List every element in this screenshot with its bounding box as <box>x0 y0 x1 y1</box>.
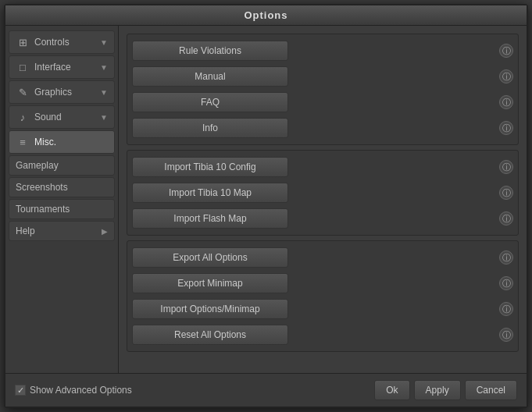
options-dialog: Options ⊞ Controls ▼ □ Interface ▼ ✎ Gra… <box>4 4 528 408</box>
sidebar-item-interface[interactable]: □ Interface ▼ <box>9 55 115 79</box>
sidebar-label-misc: Misc. <box>34 137 108 147</box>
reset-all-options-button[interactable]: Reset All Options <box>132 325 288 345</box>
sidebar-label-sound: Sound <box>34 112 95 123</box>
sidebar-label-controls: Controls <box>34 37 95 48</box>
export-minimap-button[interactable]: Export Minimap <box>132 273 288 293</box>
export-all-options-row: Export All Options ⓘ <box>132 246 513 269</box>
sidebar-item-tournaments[interactable]: Tournaments <box>9 199 115 219</box>
show-advanced-label: Show Advanced Options <box>30 385 132 396</box>
interface-icon: □ <box>16 60 30 74</box>
sidebar-item-graphics[interactable]: ✎ Graphics ▼ <box>9 80 115 104</box>
sidebar-label-screenshots: Screenshots <box>16 182 108 193</box>
sidebar-label-gameplay: Gameplay <box>16 160 108 171</box>
sound-icon: ♪ <box>16 110 30 124</box>
export-minimap-info-icon[interactable]: ⓘ <box>499 276 513 290</box>
import-tibia-section: Import Tibia 10 Config ⓘ Import Tibia 10… <box>127 150 519 236</box>
export-all-options-button[interactable]: Export All Options <box>132 247 288 268</box>
help-links-section: Rule Violations ⓘ Manual ⓘ FAQ ⓘ Info <box>127 34 519 145</box>
sidebar-item-screenshots[interactable]: Screenshots <box>9 177 115 197</box>
sidebar-label-interface: Interface <box>34 62 95 73</box>
rule-violations-info-icon[interactable]: ⓘ <box>499 44 513 58</box>
ok-button[interactable]: Ok <box>374 380 409 400</box>
chevron-right-icon: ▼ <box>100 38 108 47</box>
chevron-down-icon-3: ▼ <box>100 113 108 122</box>
reset-all-info-icon[interactable]: ⓘ <box>499 328 513 342</box>
sidebar: ⊞ Controls ▼ □ Interface ▼ ✎ Graphics ▼ … <box>5 26 119 373</box>
manual-button[interactable]: Manual <box>132 66 288 87</box>
chevron-right-icon-help: ▶ <box>102 227 108 236</box>
faq-info-icon[interactable]: ⓘ <box>499 95 513 109</box>
cancel-button[interactable]: Cancel <box>465 380 517 400</box>
bottom-buttons: Ok Apply Cancel <box>374 380 517 400</box>
graphics-icon: ✎ <box>16 85 30 99</box>
info-info-icon[interactable]: ⓘ <box>499 121 513 135</box>
bottom-bar: ✓ Show Advanced Options Ok Apply Cancel <box>5 373 527 407</box>
sidebar-item-controls[interactable]: ⊞ Controls ▼ <box>9 30 115 54</box>
import-options-minimap-row: Import Options/Minimap ⓘ <box>132 297 513 321</box>
sidebar-item-misc[interactable]: ≡ Misc. <box>9 130 115 154</box>
import-tibia-config-row: Import Tibia 10 Config ⓘ <box>132 155 513 179</box>
dialog-title: Options <box>5 5 527 26</box>
sidebar-item-gameplay[interactable]: Gameplay <box>9 155 115 176</box>
sidebar-item-help[interactable]: Help ▶ <box>9 221 115 241</box>
apply-button[interactable]: Apply <box>414 380 461 400</box>
sidebar-label-tournaments: Tournaments <box>16 204 108 215</box>
import-flash-map-button[interactable]: Import Flash Map <box>132 208 288 229</box>
options-management-section: Export All Options ⓘ Export Minimap ⓘ Im… <box>127 240 519 352</box>
misc-icon: ≡ <box>16 135 30 149</box>
info-button[interactable]: Info <box>132 118 288 138</box>
controls-icon: ⊞ <box>16 35 30 49</box>
import-options-minimap-button[interactable]: Import Options/Minimap <box>132 299 288 319</box>
faq-row: FAQ ⓘ <box>132 91 513 114</box>
info-row: Info ⓘ <box>132 116 513 140</box>
show-advanced-checkbox[interactable]: ✓ <box>15 385 26 396</box>
dialog-body: ⊞ Controls ▼ □ Interface ▼ ✎ Graphics ▼ … <box>5 26 527 373</box>
import-tibia-config-button[interactable]: Import Tibia 10 Config <box>132 157 288 177</box>
export-all-info-icon[interactable]: ⓘ <box>499 250 513 265</box>
chevron-down-icon-2: ▼ <box>100 88 108 97</box>
show-advanced-container: ✓ Show Advanced Options <box>15 385 370 396</box>
import-flash-map-row: Import Flash Map ⓘ <box>132 207 513 230</box>
manual-row: Manual ⓘ <box>132 65 513 88</box>
sidebar-label-graphics: Graphics <box>34 87 95 98</box>
export-minimap-row: Export Minimap ⓘ <box>132 272 513 295</box>
import-tibia-map-button[interactable]: Import Tibia 10 Map <box>132 183 288 203</box>
sidebar-label-help: Help <box>16 226 97 236</box>
import-flash-map-info-icon[interactable]: ⓘ <box>499 211 513 226</box>
main-content: Rule Violations ⓘ Manual ⓘ FAQ ⓘ Info <box>119 26 527 373</box>
import-tibia-map-row: Import Tibia 10 Map ⓘ <box>132 181 513 204</box>
rule-violations-button[interactable]: Rule Violations <box>132 41 288 61</box>
rule-violations-row: Rule Violations ⓘ <box>132 39 513 62</box>
faq-button[interactable]: FAQ <box>132 92 288 112</box>
import-tibia-config-info-icon[interactable]: ⓘ <box>499 160 513 174</box>
import-options-minimap-info-icon[interactable]: ⓘ <box>499 302 513 316</box>
chevron-down-icon: ▼ <box>100 63 108 72</box>
sidebar-item-sound[interactable]: ♪ Sound ▼ <box>9 105 115 129</box>
reset-all-options-row: Reset All Options ⓘ <box>132 323 513 346</box>
manual-info-icon[interactable]: ⓘ <box>499 69 513 83</box>
import-tibia-map-info-icon[interactable]: ⓘ <box>499 186 513 200</box>
